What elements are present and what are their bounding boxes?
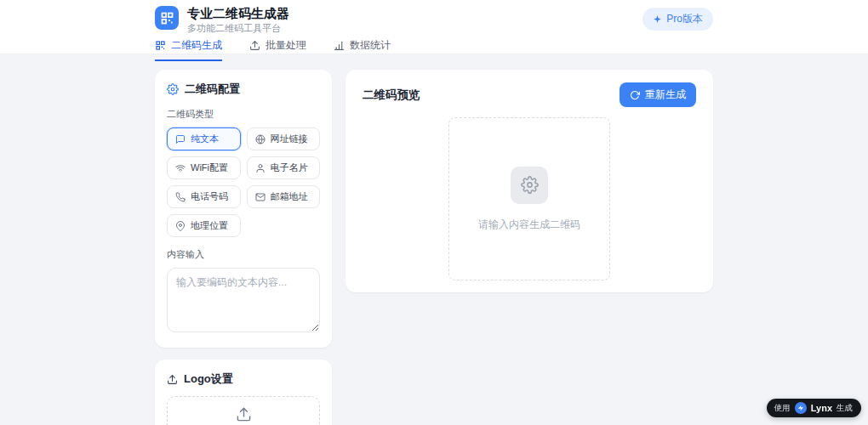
globe-icon — [255, 134, 266, 144]
logo-upload-dropzone[interactable]: 点击上传Logo — [167, 396, 320, 425]
qr-type-label: 二维码类型 — [167, 108, 320, 121]
qr-config-panel: 二维码配置 二维码类型 纯文本 — [155, 70, 332, 348]
wifi-icon — [175, 163, 186, 173]
type-button-url-link[interactable]: 网址链接 — [247, 128, 321, 150]
badge-suffix: 生成 — [837, 403, 853, 414]
config-panel-title: 二维码配置 — [185, 82, 240, 97]
phone-icon — [175, 192, 186, 202]
badge-brand: Lynx — [811, 403, 832, 413]
message-square-icon — [175, 134, 186, 144]
page-subtitle: 多功能二维码工具平台 — [187, 22, 289, 35]
gear-icon — [167, 83, 179, 95]
qr-type-grid: 纯文本 网址链接 — [167, 128, 320, 237]
preview-panel-title: 二维码预览 — [363, 88, 420, 103]
refresh-icon — [630, 90, 640, 100]
logo-panel-title: Logo设置 — [184, 371, 233, 387]
upload-icon — [167, 374, 178, 385]
qr-code-icon — [155, 40, 166, 51]
app-logo — [155, 6, 179, 30]
logo-settings-panel: Logo设置 点击上传Logo — [155, 360, 332, 425]
content-input-label: 内容输入 — [167, 248, 320, 261]
qr-code-icon — [160, 11, 174, 26]
type-button-wifi[interactable]: WiFi配置 — [167, 156, 241, 179]
regenerate-button[interactable]: 重新生成 — [620, 82, 696, 107]
gear-icon — [521, 176, 539, 194]
mail-icon — [255, 192, 266, 202]
tab-qr-generate[interactable]: 二维码生成 — [155, 38, 222, 61]
page-title: 专业二维码生成器 — [187, 6, 289, 20]
pro-version-button[interactable]: Pro版本 — [642, 8, 713, 31]
main-tabs: 二维码生成 批量处理 数据统计 — [155, 38, 713, 61]
type-button-geolocation[interactable]: 地理位置 — [167, 214, 241, 237]
type-button-plain-text[interactable]: 纯文本 — [167, 128, 241, 150]
preview-empty-text: 请输入内容生成二维码 — [478, 218, 580, 232]
tab-batch-process[interactable]: 批量处理 — [249, 38, 306, 61]
tab-statistics[interactable]: 数据统计 — [334, 38, 391, 61]
app-header: 专业二维码生成器 多功能二维码工具平台 Pro版本 — [0, 0, 868, 54]
qr-preview-placeholder: 请输入内容生成二维码 — [448, 117, 610, 280]
map-pin-icon — [175, 221, 186, 231]
type-button-email[interactable]: 邮箱地址 — [247, 185, 321, 208]
sparkle-icon — [653, 14, 662, 24]
qr-preview-panel: 二维码预览 重新生成 — [345, 70, 713, 292]
lynx-logo-icon — [795, 402, 807, 414]
bar-chart-icon — [334, 40, 345, 51]
content-input[interactable] — [167, 268, 320, 332]
type-button-vcard[interactable]: 电子名片 — [247, 156, 321, 179]
placeholder-tile — [511, 167, 548, 204]
badge-prefix: 使用 — [774, 403, 791, 414]
user-icon — [255, 163, 266, 173]
lynx-attribution-badge[interactable]: 使用 Lynx 生成 — [767, 399, 861, 417]
upload-icon — [236, 406, 252, 422]
upload-icon — [249, 40, 260, 51]
type-button-phone[interactable]: 电话号码 — [167, 185, 241, 208]
